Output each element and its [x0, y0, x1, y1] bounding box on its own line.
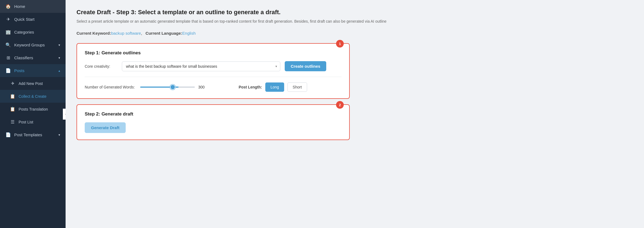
sidebar-item-keyword-groups[interactable]: 🔍 Keyword Groups ▾ [0, 39, 66, 51]
sidebar-item-add-new-post[interactable]: ✈ Add New Post [0, 77, 66, 90]
step1-card: 1 Step 1: Generate outlines Core creativ… [77, 43, 350, 99]
slider-row: Number of Generated Words: 300 Post Leng… [85, 82, 342, 92]
creativity-label: Core creativity: [85, 64, 117, 69]
categories-icon: 🏢 [5, 29, 11, 35]
classifiers-icon: ⊞ [5, 55, 11, 60]
sidebar-item-classifiers[interactable]: ⊞ Classifiers ▾ [0, 51, 66, 64]
slider-container: 300 [140, 85, 222, 89]
chevron-down-icon: ▾ [58, 56, 60, 60]
step2-card: 2 Step 2: Generate draft Generate Draft [77, 104, 350, 140]
step1-title: Step 1: Generate outlines [85, 50, 342, 56]
page-title: Create Draft - Step 3: Select a template… [77, 9, 633, 16]
sidebar-item-label: Keyword Groups [14, 43, 45, 47]
post-length-label: Post Length: [239, 85, 262, 89]
step2-title: Step 2: Generate draft [85, 111, 342, 117]
post-length-group: Post Length: Long Short [239, 82, 307, 92]
sidebar-item-label: Quick Start [14, 17, 34, 22]
creativity-select[interactable]: what is the best backup software for sma… [122, 61, 280, 71]
page-subtitle: Select a preset article template or an a… [77, 19, 633, 24]
translation-icon: 📋 [10, 106, 15, 112]
sidebar-item-label: Posts [14, 68, 25, 73]
sidebar: 🏠 Home ✈ Quick Start 🏢 Categories 🔍 Keyw… [0, 0, 66, 228]
sidebar-item-posts[interactable]: 📄 Posts ▴ [0, 64, 66, 77]
language-label: Current Language: [146, 31, 182, 35]
btn-long[interactable]: Long [265, 82, 284, 92]
quickstart-icon: ✈ [5, 17, 11, 22]
home-icon: 🏠 [5, 4, 11, 9]
sidebar-item-quick-start[interactable]: ✈ Quick Start [0, 13, 66, 26]
main-content: Create Draft - Step 3: Select a template… [66, 0, 644, 228]
sidebar-toggle[interactable]: ‹ [63, 109, 66, 120]
chevron-up-icon: ▴ [58, 69, 60, 73]
sidebar-item-collect-create[interactable]: 📋 Collect & Create [0, 90, 66, 103]
templates-icon: 📄 [5, 132, 11, 137]
sidebar-item-post-templates[interactable]: 📄 Post Templates ▾ [0, 128, 66, 141]
creativity-select-wrapper: what is the best backup software for sma… [122, 61, 280, 71]
words-label: Number of Generated Words: [85, 85, 135, 89]
generate-draft-button[interactable]: Generate Draft [85, 122, 126, 133]
sidebar-item-label: Post Templates [14, 132, 42, 137]
comma-sep: , [141, 31, 145, 35]
posts-icon: 📄 [5, 68, 11, 73]
sidebar-item-label: Collect & Create [19, 94, 46, 99]
words-value: 300 [198, 85, 206, 89]
sidebar-item-post-list[interactable]: ☰ Post List [0, 116, 66, 128]
btn-short[interactable]: Short [287, 82, 307, 92]
chevron-down-icon: ▾ [58, 133, 60, 137]
add-post-icon: ✈ [10, 81, 15, 86]
keyword-label: Current Keyword: [77, 31, 111, 35]
keyword-value: backup software [111, 31, 141, 35]
sidebar-item-label: Home [14, 4, 25, 9]
chevron-down-icon: ▾ [58, 43, 60, 47]
sidebar-item-label: Posts Translation [19, 107, 48, 111]
step2-badge: 2 [336, 101, 344, 109]
step1-badge: 1 [336, 40, 344, 48]
sidebar-item-categories[interactable]: 🏢 Categories [0, 26, 66, 39]
collect-create-icon: 📋 [10, 94, 15, 99]
sidebar-item-posts-translation[interactable]: 📋 Posts Translation [0, 103, 66, 116]
sidebar-item-home[interactable]: 🏠 Home [0, 0, 66, 13]
sidebar-item-label: Categories [14, 30, 34, 34]
language-value: English [182, 31, 196, 35]
keyword-row: Current Keyword:backup software, Current… [77, 31, 633, 35]
create-outlines-button[interactable]: Create outlines [285, 61, 326, 71]
words-slider[interactable] [140, 87, 195, 88]
post-list-icon: ☰ [10, 119, 15, 125]
keyword-icon: 🔍 [5, 42, 11, 48]
sidebar-item-label: Post List [19, 120, 33, 124]
sidebar-item-label: Add New Post [19, 81, 43, 86]
sidebar-item-label: Classifiers [14, 55, 33, 60]
divider [85, 77, 342, 77]
creativity-row: Core creativity: what is the best backup… [85, 61, 342, 71]
